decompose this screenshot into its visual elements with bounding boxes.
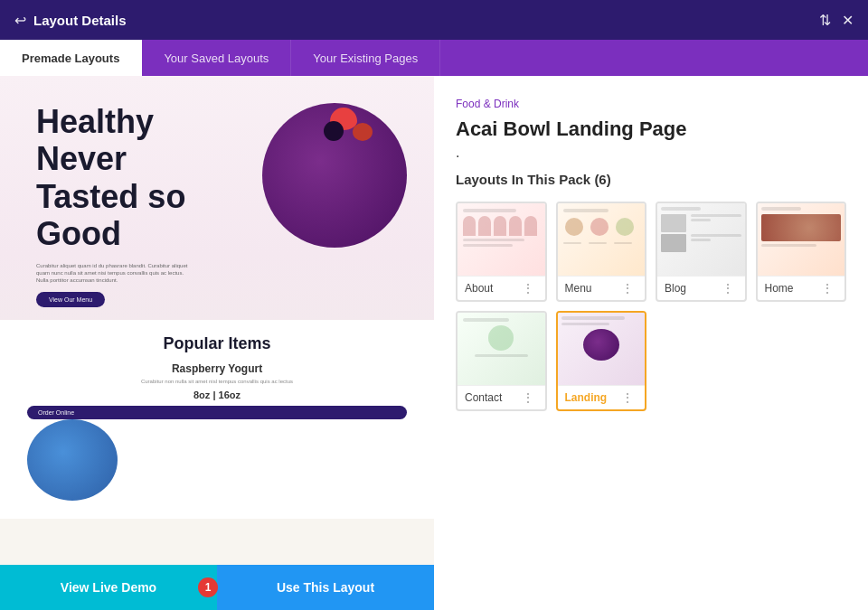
layout-name-landing: Landing [565, 391, 608, 404]
layout-name-about: About [465, 282, 493, 295]
header-left: ↩ Layout Details [14, 12, 127, 29]
layout-more-contact[interactable]: ⋮ [518, 389, 538, 406]
layout-thumb-landing [558, 313, 646, 385]
layout-thumb-contact [458, 313, 545, 385]
back-icon[interactable]: ↩ [14, 12, 26, 29]
view-live-demo-button[interactable]: View Live Demo 1 [0, 565, 217, 610]
pack-dot: . [456, 145, 846, 161]
preview-popular-item: Raspberry Yogurt [27, 362, 407, 375]
tab-premade[interactable]: Premade Layouts [0, 40, 142, 76]
layout-more-about[interactable]: ⋮ [518, 280, 538, 296]
layout-footer-blog: Blog ⋮ [657, 276, 745, 300]
use-this-layout-button[interactable]: Use This Layout [217, 565, 434, 610]
header: ↩ Layout Details ⇅ ✕ [0, 0, 868, 40]
layout-name-menu: Menu [565, 282, 592, 295]
home-thumb-image [761, 214, 842, 241]
preview-panel: Healthy Never Tasted so Good Curabitur a… [0, 76, 434, 610]
badge-1: 1 [198, 577, 218, 597]
layout-thumb-about [458, 203, 545, 276]
bowl-decoration [262, 103, 407, 248]
layout-more-menu[interactable]: ⋮ [618, 280, 637, 296]
header-right: ⇅ ✕ [819, 12, 854, 29]
layout-card-home[interactable]: Home ⋮ [756, 202, 847, 302]
layout-thumb-menu [558, 203, 646, 276]
tabs-bar: Premade Layouts Your Saved Layouts Your … [0, 40, 868, 76]
layout-footer-landing: Landing ⋮ [558, 385, 646, 409]
layout-footer-home: Home ⋮ [758, 276, 845, 300]
preview-popular-section: Popular Items Raspberry Yogurt Curabitur… [0, 320, 434, 519]
layout-footer-contact: Contact ⋮ [458, 385, 545, 409]
layout-footer-menu: Menu ⋮ [558, 276, 646, 300]
preview-hero-btn: View Our Menu [36, 292, 105, 307]
contact-thumb-circle [488, 325, 514, 351]
layout-more-blog[interactable]: ⋮ [718, 280, 738, 296]
berry-3-decoration [324, 121, 344, 141]
layout-thumb-blog [657, 203, 745, 276]
details-panel: Food & Drink Acai Bowl Landing Page . La… [434, 76, 868, 610]
layout-card-menu[interactable]: Menu ⋮ [556, 202, 647, 302]
main-content: Healthy Never Tasted so Good Curabitur a… [0, 76, 868, 610]
layout-card-contact[interactable]: Contact ⋮ [456, 311, 547, 411]
category-tag: Food & Drink [456, 98, 846, 110]
bowl-2-decoration [27, 419, 118, 501]
layout-card-about[interactable]: About ⋮ [456, 202, 547, 302]
preview-actions: View Live Demo 1 Use This Layout [0, 565, 434, 610]
layout-placeholder-3 [656, 311, 747, 411]
preview-popular-size: 8oz | 16oz [27, 389, 407, 400]
preview-popular-btn: Order Online [27, 406, 407, 419]
berry-2-decoration [353, 123, 373, 141]
layout-name-blog: Blog [665, 282, 686, 295]
tab-saved[interactable]: Your Saved Layouts [142, 40, 291, 76]
pack-count: Layouts In This Pack (6) [456, 172, 846, 187]
header-title: Layout Details [33, 13, 127, 28]
preview-popular-title: Popular Items [27, 334, 407, 353]
landing-thumb-bowl [583, 329, 619, 361]
layout-more-home[interactable]: ⋮ [817, 280, 837, 296]
pack-title: Acai Bowl Landing Page [456, 117, 846, 141]
layout-footer-about: About ⋮ [458, 276, 545, 300]
layouts-grid-row2: Contact ⋮ Landing ⋮ [456, 311, 846, 411]
adjust-icon[interactable]: ⇅ [819, 12, 831, 29]
preview-content: Healthy Never Tasted so Good Curabitur a… [0, 76, 434, 519]
preview-hero-text: Curabitur aliquet quam id du phasrare bl… [36, 262, 190, 285]
preview-popular-desc: Curabitur non nulla sit amet nisl tempus… [27, 379, 407, 386]
close-icon[interactable]: ✕ [842, 12, 854, 29]
layout-more-landing[interactable]: ⋮ [618, 389, 637, 406]
tab-existing[interactable]: Your Existing Pages [291, 40, 440, 76]
layout-placeholder-4 [756, 311, 847, 411]
preview-hero-title: Healthy Never Tasted so Good [36, 103, 217, 253]
layouts-grid-row1: About ⋮ [456, 202, 846, 302]
layout-name-contact: Contact [465, 391, 502, 404]
layout-name-home: Home [765, 282, 794, 295]
layout-thumb-home [758, 203, 845, 276]
layout-card-blog[interactable]: Blog ⋮ [656, 202, 747, 302]
layout-card-landing[interactable]: Landing ⋮ [556, 311, 647, 411]
